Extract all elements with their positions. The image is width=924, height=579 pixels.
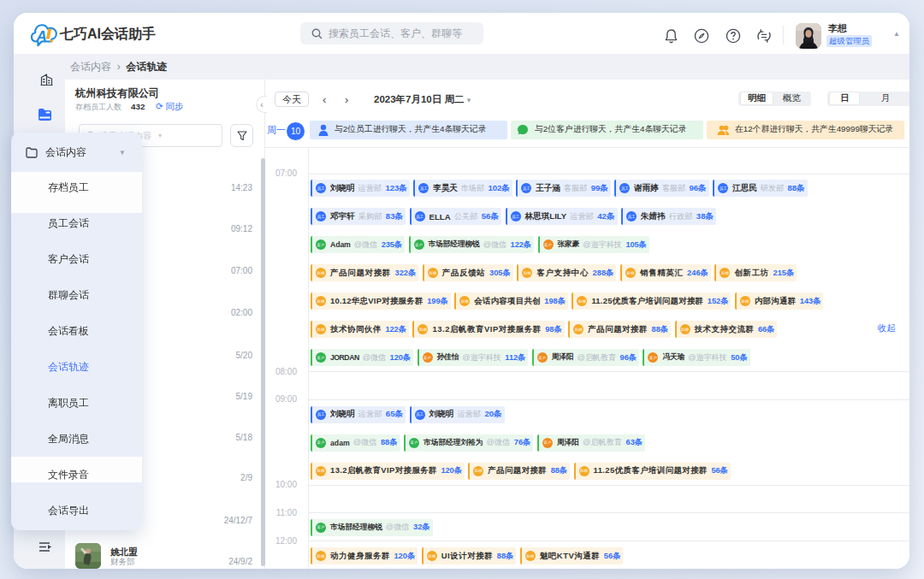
svg-text:A: A (36, 28, 47, 44)
